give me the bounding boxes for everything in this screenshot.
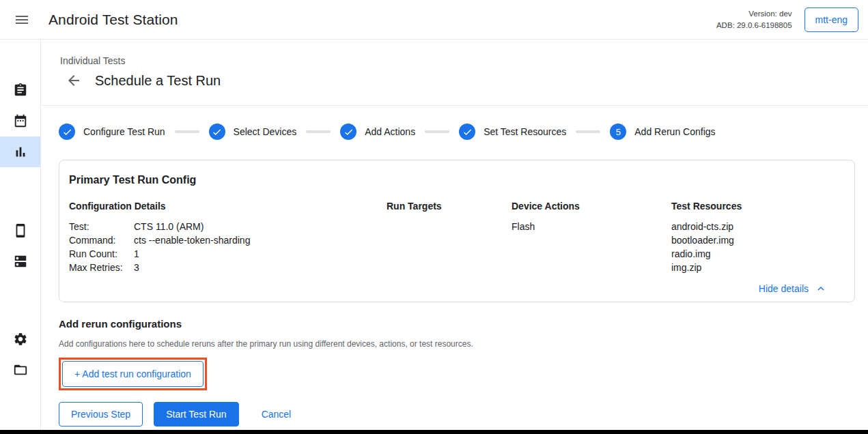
app-bar: Android Test Station Version: dev ADB: 2… [0, 0, 868, 40]
page-title: Schedule a Test Run [95, 73, 221, 89]
rerun-heading: Add rerun configurations [59, 318, 868, 330]
hide-details-label: Hide details [759, 283, 809, 294]
calendar-icon [13, 113, 28, 128]
rerun-section: Add rerun configurations Add configurati… [59, 318, 868, 390]
primary-config-card: Primary Test Run Config Configuration De… [59, 160, 855, 302]
test-resource-item: bootloader.img [671, 233, 843, 247]
run-targets-column: Run Targets [387, 201, 512, 274]
config-row: Run Count: 1 [69, 247, 387, 261]
step-select-devices[interactable]: Select Devices [209, 124, 297, 140]
smartphone-icon [13, 223, 28, 238]
check-icon [62, 127, 72, 137]
previous-step-button[interactable]: Previous Step [59, 402, 143, 426]
start-test-run-button[interactable]: Start Test Run [154, 402, 238, 426]
step-complete-circle [59, 124, 75, 140]
check-icon [462, 127, 473, 137]
add-test-run-configuration-button[interactable]: + Add test run configuration [62, 361, 204, 387]
rerun-description: Add configurations here to schedule reru… [59, 339, 868, 349]
config-label: Command: [69, 233, 134, 247]
config-value: cts --enable-token-sharding [134, 233, 250, 247]
check-icon [212, 127, 222, 137]
version-line: Version: dev [716, 8, 792, 20]
config-row: Max Retries: 3 [69, 261, 387, 274]
app-title: Android Test Station [48, 12, 178, 28]
test-resources-column: Test Resources android-cts.zip bootloade… [671, 201, 843, 274]
sidebar-item-test-plans[interactable] [0, 105, 40, 136]
column-header: Test Resources [671, 201, 843, 212]
device-actions-column: Device Actions Flash [512, 201, 671, 274]
side-navigation [0, 40, 41, 430]
config-value: 3 [134, 261, 139, 274]
page-header: Individual Tests Schedule a Test Run [41, 40, 868, 106]
clipboard-icon [13, 83, 28, 98]
step-label: Set Test Resources [484, 126, 566, 137]
step-label: Add Rerun Configs [634, 126, 715, 137]
storage-icon [13, 254, 28, 269]
folder-icon [13, 362, 28, 377]
config-value: CTS 11.0 (ARM) [134, 220, 204, 233]
bottom-black-bar [0, 430, 868, 434]
step-connector [175, 130, 199, 133]
sidebar-item-file-browser[interactable] [0, 354, 40, 385]
account-button[interactable]: mtt-eng [804, 8, 858, 32]
column-header: Run Targets [387, 201, 512, 212]
step-configure-test-run[interactable]: Configure Test Run [59, 124, 165, 140]
test-resource-item: android-cts.zip [671, 220, 843, 233]
annotation-highlight-box: + Add test run configuration [59, 358, 207, 390]
footer-actions: Previous Step Start Test Run Cancel [59, 402, 868, 426]
step-add-actions[interactable]: Add Actions [340, 124, 415, 140]
step-complete-circle [459, 124, 475, 140]
test-resource-item: radio.img [671, 247, 843, 261]
sidebar-item-tests[interactable] [0, 74, 40, 105]
config-row: Test: CTS 11.0 (ARM) [69, 220, 387, 233]
step-connector [576, 130, 600, 133]
hide-details-link[interactable]: Hide details [759, 283, 827, 295]
config-value: 1 [134, 247, 139, 261]
check-icon [344, 127, 354, 137]
step-complete-circle [209, 124, 225, 140]
stepper: Configure Test Run Select Devices Add Ac… [59, 124, 868, 140]
step-connector [306, 130, 331, 133]
card-title: Primary Test Run Config [69, 174, 843, 186]
config-row: Command: cts --enable-token-sharding [69, 233, 387, 247]
step-add-rerun-configs[interactable]: 5 Add Rerun Configs [610, 124, 715, 140]
chevron-up-icon [809, 283, 827, 295]
sidebar-item-test-runs[interactable] [0, 136, 40, 167]
version-info: Version: dev ADB: 29.0.6-6198805 [716, 8, 792, 31]
config-label: Run Count: [69, 247, 134, 261]
step-set-test-resources[interactable]: Set Test Resources [459, 124, 566, 140]
step-complete-circle [340, 124, 356, 140]
column-header: Device Actions [512, 201, 671, 212]
step-label: Add Actions [365, 126, 415, 137]
step-connector [425, 130, 449, 133]
config-label: Test: [69, 220, 134, 233]
breadcrumb: Individual Tests [60, 55, 868, 66]
menu-icon[interactable] [14, 12, 30, 28]
bar-chart-icon [13, 145, 28, 160]
cancel-button[interactable]: Cancel [257, 408, 296, 420]
back-arrow-icon[interactable] [66, 72, 82, 89]
step-label: Configure Test Run [83, 126, 165, 137]
sidebar-item-settings[interactable] [0, 323, 40, 354]
step-label: Select Devices [234, 126, 297, 137]
gear-icon [13, 332, 28, 347]
config-label: Max Retries: [69, 261, 134, 274]
sidebar-item-device-actions[interactable] [0, 246, 40, 276]
column-header: Configuration Details [69, 201, 387, 212]
adb-version-line: ADB: 29.0.6-6198805 [716, 20, 792, 31]
step-active-circle: 5 [610, 124, 626, 140]
sidebar-item-devices[interactable] [0, 215, 40, 246]
main-content: Individual Tests Schedule a Test Run Con… [41, 40, 868, 430]
device-action-item: Flash [512, 220, 671, 233]
test-resource-item: img.zip [671, 261, 843, 274]
config-details-column: Configuration Details Test: CTS 11.0 (AR… [69, 201, 387, 274]
